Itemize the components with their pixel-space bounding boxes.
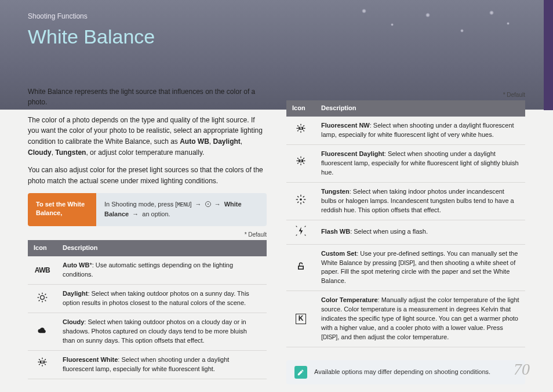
instruction-label: To set the White Balance,: [28, 193, 96, 226]
tungsten-icon: [294, 194, 307, 205]
table-row: WFluorescent White: Select when shooting…: [28, 350, 267, 379]
th-desc: Description: [57, 240, 267, 256]
left-column: White Balance represents the light sourc…: [28, 86, 267, 384]
svg-line-7: [39, 300, 40, 301]
kelvin-icon: K: [296, 314, 306, 324]
svg-line-43: [297, 196, 299, 197]
page-number: 70: [514, 358, 530, 382]
fluorescent-n-icon: N: [294, 124, 307, 135]
right-column: * Default Icon Description NFluorescent …: [286, 86, 525, 384]
svg-line-25: [297, 130, 299, 131]
custom-icon: [294, 260, 307, 272]
table-row: AWBAuto WB*: Use automatic settings depe…: [28, 256, 267, 284]
desc-cell: Flash WB: Select when using a flash.: [315, 220, 525, 244]
options-note-text: Available options may differ depending o…: [314, 368, 490, 377]
th-desc: Description: [315, 100, 525, 117]
svg-line-49: [296, 234, 297, 235]
desc-cell: Cloudy: Select when taking outdoor photo…: [57, 313, 267, 351]
fluorescent-w-icon: W: [36, 357, 49, 369]
default-note-right: * Default: [286, 91, 525, 100]
intro-p1: White Balance represents the light sourc…: [28, 86, 267, 108]
icon-cell: [286, 244, 315, 291]
icon-cell: W: [28, 350, 57, 379]
table-row: Custom Set: Use your pre-defined setting…: [286, 244, 525, 291]
icon-cell: N: [286, 117, 315, 144]
instruction-box: To set the White Balance, In Shooting mo…: [28, 193, 267, 226]
table-row: Daylight: Select when taking outdoor pho…: [28, 285, 267, 313]
desc-cell: Custom Set: Use your pre-defined setting…: [315, 244, 525, 291]
svg-line-36: [303, 158, 304, 159]
intro-p2: The color of a photo depends on the type…: [28, 115, 267, 158]
options-note: Available options may differ depending o…: [286, 360, 525, 384]
icon-cell: [28, 313, 57, 351]
dial-icon: [205, 201, 211, 207]
cloud-icon: [36, 325, 49, 336]
icon-cell: K: [286, 291, 315, 347]
desc-cell: Fluorescent Daylight: Select when shooti…: [315, 145, 525, 183]
svg-text:W: W: [41, 360, 44, 364]
th-icon: Icon: [28, 240, 57, 256]
chapter-label: Shooting Functions: [28, 12, 525, 21]
svg-point-47: [300, 198, 302, 201]
wb-table-left: Icon Description AWBAuto WB*: Use automa…: [28, 240, 267, 379]
svg-line-35: [297, 163, 299, 164]
icon-cell: AWB: [28, 256, 57, 284]
svg-line-6: [45, 300, 46, 301]
svg-line-50: [305, 226, 306, 227]
awb-icon: AWB: [35, 266, 50, 274]
table-row: DFluorescent Daylight: Select when shoot…: [286, 145, 525, 183]
desc-cell: Daylight: Select when taking outdoor pho…: [57, 285, 267, 313]
svg-line-23: [297, 125, 299, 126]
svg-line-24: [303, 130, 304, 131]
intro-p3: You can also adjust color for the preset…: [28, 165, 267, 186]
svg-text:N: N: [300, 126, 302, 130]
pencil-icon: [294, 366, 307, 379]
svg-line-14: [45, 364, 46, 365]
icon-cell: [286, 220, 315, 244]
desc-cell: Tungsten: Select when taking indoor phot…: [315, 182, 525, 220]
table-row: Cloudy: Select when taking outdoor photo…: [28, 313, 267, 351]
svg-rect-53: [299, 267, 303, 268]
instruction-text: In Shooting mode, press [MENU] → → White…: [96, 193, 267, 226]
table-row: NFluorescent NW: Select when shooting un…: [286, 117, 525, 144]
svg-line-16: [45, 360, 46, 361]
svg-line-5: [39, 293, 40, 295]
desc-cell: Auto WB*: Use automatic settings dependi…: [57, 256, 267, 284]
sun-icon: [36, 292, 49, 303]
flash-icon: [294, 225, 307, 237]
svg-line-51: [305, 234, 306, 235]
icon-cell: [28, 285, 57, 313]
svg-line-48: [296, 226, 297, 227]
icon-cell: [286, 182, 315, 220]
icon-cell: D: [286, 145, 315, 183]
th-icon: Icon: [286, 100, 315, 117]
desc-cell: Fluorescent White: Select when shooting …: [57, 350, 267, 379]
fluorescent-d-icon: D: [294, 156, 307, 168]
svg-line-26: [303, 125, 304, 126]
svg-line-15: [39, 364, 40, 365]
svg-line-45: [297, 202, 299, 203]
svg-line-44: [303, 202, 304, 203]
svg-point-0: [41, 295, 45, 299]
svg-line-13: [39, 360, 40, 361]
desc-cell: Color Temperature: Manually adjust the c…: [315, 291, 525, 347]
table-row: Flash WB: Select when using a flash.: [286, 220, 525, 244]
table-row: KColor Temperature: Manually adjust the …: [286, 291, 525, 347]
svg-line-33: [297, 158, 299, 159]
page-title: White Balance: [28, 23, 525, 51]
wb-table-right: Icon Description NFluorescent NW: Select…: [286, 100, 525, 347]
desc-cell: Fluorescent NW: Select when shooting und…: [315, 117, 525, 144]
table-row: Tungsten: Select when taking indoor phot…: [286, 182, 525, 220]
default-note-left: * Default: [28, 231, 267, 239]
svg-line-8: [45, 293, 46, 295]
svg-text:D: D: [300, 159, 302, 162]
svg-line-46: [303, 196, 304, 197]
svg-line-34: [303, 163, 304, 164]
